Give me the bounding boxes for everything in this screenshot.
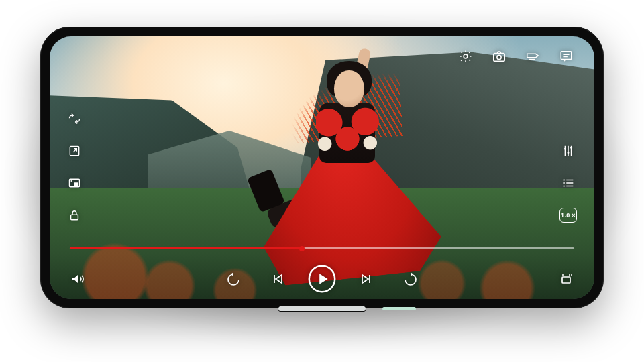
- popout-button[interactable]: [67, 143, 82, 158]
- play-circle-icon: [307, 263, 337, 294]
- skip-next-icon: [358, 271, 374, 287]
- top-controls: [458, 48, 574, 64]
- progress-fill: [70, 247, 302, 249]
- rotate-button[interactable]: [67, 111, 82, 126]
- stage: 1.0 ×: [0, 0, 644, 362]
- svg-point-10: [568, 152, 570, 154]
- phone-home-indicator: [278, 306, 366, 311]
- svg-rect-8: [71, 215, 78, 220]
- svg-point-7: [70, 180, 72, 182]
- volume-icon: [70, 271, 86, 287]
- phone-frame: 1.0 ×: [40, 27, 604, 308]
- svg-rect-3: [561, 52, 572, 60]
- forward-button[interactable]: [402, 271, 419, 287]
- comment-icon: [559, 49, 574, 64]
- bottom-controls: [50, 271, 594, 287]
- transport-controls: [225, 271, 419, 287]
- progress-thumb[interactable]: [299, 246, 305, 251]
- popout-icon: [68, 144, 81, 158]
- playlist-icon: [561, 176, 576, 190]
- lock-icon: [68, 208, 81, 222]
- svg-point-0: [464, 54, 468, 58]
- svg-point-12: [563, 179, 564, 180]
- rotate-icon: [68, 112, 81, 125]
- rewind-10-icon: [225, 271, 241, 287]
- svg-point-14: [563, 185, 564, 186]
- forward-10-icon: [402, 271, 419, 287]
- video-player-screen: 1.0 ×: [50, 36, 594, 299]
- pip-button[interactable]: [67, 176, 82, 190]
- settings-button[interactable]: [458, 48, 474, 64]
- equalizer-icon: [561, 143, 576, 158]
- camera-icon: [492, 49, 506, 64]
- speed-button[interactable]: 1.0 ×: [559, 208, 577, 223]
- previous-button[interactable]: [270, 271, 286, 287]
- video-backdrop: [50, 36, 594, 299]
- svg-rect-16: [562, 277, 570, 283]
- equalizer-button[interactable]: [559, 143, 577, 158]
- volume-button[interactable]: [70, 271, 86, 287]
- svg-rect-1: [494, 53, 505, 61]
- crop-icon: [558, 271, 574, 287]
- comments-button[interactable]: [558, 48, 574, 64]
- svg-point-2: [497, 55, 501, 59]
- right-controls: 1.0 ×: [559, 143, 577, 223]
- crop-button[interactable]: [558, 271, 574, 287]
- phone-side-button: [382, 307, 416, 310]
- subtitle-icon: [525, 49, 541, 64]
- svg-point-11: [570, 147, 572, 149]
- rewind-button[interactable]: [225, 271, 241, 287]
- subtitles-button[interactable]: [525, 48, 541, 64]
- playlist-button[interactable]: [559, 176, 577, 190]
- speed-pill: 1.0 ×: [559, 208, 577, 223]
- skip-previous-icon: [270, 271, 286, 287]
- left-controls: [67, 111, 82, 223]
- gear-icon: [458, 49, 473, 64]
- screenshot-button[interactable]: [491, 48, 507, 64]
- next-button[interactable]: [358, 271, 374, 287]
- lock-button[interactable]: [67, 208, 82, 223]
- svg-rect-6: [74, 182, 78, 186]
- progress-track[interactable]: [70, 247, 574, 249]
- pip-icon: [68, 176, 81, 190]
- svg-point-13: [563, 182, 564, 184]
- play-button[interactable]: [314, 271, 330, 287]
- svg-point-9: [564, 148, 566, 150]
